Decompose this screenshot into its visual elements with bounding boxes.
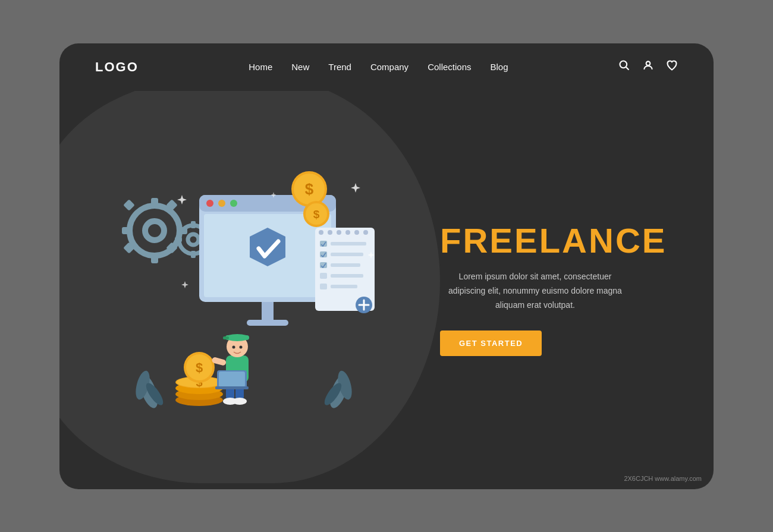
svg-rect-22 bbox=[191, 251, 196, 258]
main-content: $ $ $ $ bbox=[59, 91, 714, 489]
svg-point-36 bbox=[328, 230, 332, 235]
svg-rect-12 bbox=[151, 253, 158, 263]
nav-blog[interactable]: Blog bbox=[491, 62, 508, 72]
svg-point-80 bbox=[232, 398, 247, 405]
navbar: LOGO Home New Trend Company Collections … bbox=[59, 43, 714, 91]
nav-new[interactable]: New bbox=[291, 62, 309, 72]
svg-text:$: $ bbox=[305, 180, 314, 198]
svg-rect-42 bbox=[331, 242, 366, 245]
hero-illustration: $ $ $ $ bbox=[89, 136, 398, 445]
svg-rect-33 bbox=[247, 320, 288, 326]
svg-point-75 bbox=[240, 345, 243, 348]
sparkle-4 bbox=[181, 281, 188, 288]
content-area: FREELANCE Lorem ipsum dolor sit amet, co… bbox=[428, 91, 714, 489]
svg-point-29 bbox=[230, 200, 237, 207]
svg-rect-82 bbox=[219, 372, 245, 387]
plant-right bbox=[322, 369, 354, 410]
svg-rect-23 bbox=[175, 237, 182, 242]
svg-line-1 bbox=[626, 67, 629, 70]
nav-home[interactable]: Home bbox=[249, 62, 272, 72]
logo: LOGO bbox=[95, 59, 139, 75]
heart-icon[interactable] bbox=[666, 59, 678, 74]
illustration-area: $ $ $ $ bbox=[59, 91, 428, 489]
flying-coin-1: $ bbox=[291, 171, 327, 207]
svg-point-38 bbox=[345, 230, 350, 235]
svg-point-27 bbox=[206, 200, 213, 207]
svg-point-2 bbox=[646, 61, 651, 65]
svg-point-10 bbox=[145, 221, 164, 240]
search-icon[interactable] bbox=[618, 59, 630, 74]
svg-point-39 bbox=[354, 230, 359, 235]
main-card: LOGO Home New Trend Company Collections … bbox=[59, 43, 714, 489]
svg-rect-83 bbox=[215, 386, 249, 389]
svg-text:$: $ bbox=[313, 208, 320, 221]
svg-rect-15 bbox=[123, 199, 135, 211]
svg-point-0 bbox=[620, 61, 627, 68]
svg-rect-46 bbox=[331, 263, 360, 267]
svg-rect-32 bbox=[262, 302, 274, 320]
svg-rect-21 bbox=[191, 221, 196, 228]
hero-description: Lorem ipsum dolor sit amet, consectetuer… bbox=[440, 270, 630, 312]
svg-text:$: $ bbox=[196, 360, 203, 375]
svg-point-37 bbox=[337, 230, 341, 235]
gear-icon bbox=[122, 198, 187, 263]
svg-rect-47 bbox=[320, 273, 327, 279]
svg-rect-44 bbox=[331, 253, 363, 256]
plant-left bbox=[133, 369, 166, 410]
svg-rect-13 bbox=[122, 227, 133, 234]
checklist bbox=[315, 228, 375, 313]
svg-rect-11 bbox=[151, 198, 158, 209]
svg-rect-49 bbox=[320, 284, 327, 289]
sparkle-1 bbox=[177, 195, 187, 204]
nav-icon-group bbox=[618, 59, 678, 74]
svg-point-20 bbox=[188, 234, 199, 245]
cta-button[interactable]: GET STARTED bbox=[440, 330, 542, 356]
svg-rect-48 bbox=[331, 274, 363, 278]
hero-title: FREELANCE bbox=[440, 223, 678, 258]
nav-links: Home New Trend Company Collections Blog bbox=[249, 62, 508, 73]
nav-company[interactable]: Company bbox=[370, 62, 409, 72]
sparkle-2 bbox=[351, 183, 360, 193]
svg-point-74 bbox=[232, 345, 235, 348]
flying-coin-2: $ bbox=[303, 201, 329, 227]
svg-point-35 bbox=[319, 230, 323, 235]
svg-point-40 bbox=[363, 230, 368, 235]
nav-collections[interactable]: Collections bbox=[428, 62, 471, 72]
watermark: 2X6CJCH www.alamy.com bbox=[624, 475, 702, 482]
svg-rect-73 bbox=[223, 336, 229, 339]
svg-rect-50 bbox=[331, 285, 357, 288]
user-icon[interactable] bbox=[642, 59, 654, 74]
svg-point-28 bbox=[218, 200, 225, 207]
nav-trend[interactable]: Trend bbox=[328, 62, 351, 72]
